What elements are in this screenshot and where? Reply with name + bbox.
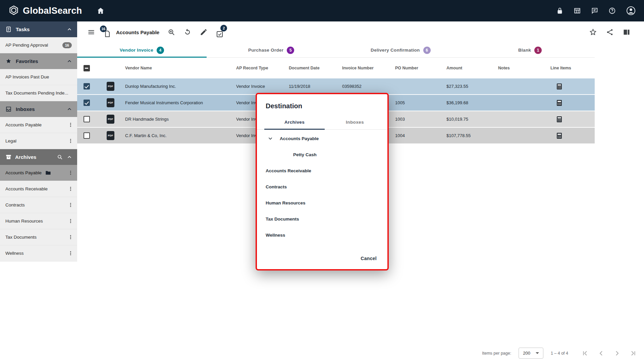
refresh-icon[interactable]	[183, 28, 192, 36]
kebab-menu-icon[interactable]	[67, 249, 74, 257]
item-label: AP Pending Approval	[5, 43, 59, 48]
chevron-up-icon	[66, 106, 72, 112]
col-header-po-number[interactable]: PO Number	[395, 66, 446, 70]
pdf-icon[interactable]: PDF	[107, 98, 114, 107]
cell-vendor-name: Fender Musical Instruments Corporation	[125, 100, 236, 105]
sidebar-section-archives[interactable]: Archives	[0, 149, 77, 165]
sidebar-archive-accounts-payable[interactable]: Accounts Payable	[0, 165, 77, 181]
tab-count-badge: 4	[157, 47, 164, 54]
col-header-document-date[interactable]: Document Date	[289, 66, 342, 70]
tree-item-human-resources[interactable]: Human Resources	[257, 195, 387, 211]
sidebar-section-inboxes[interactable]: Inboxes	[0, 101, 77, 117]
sidebar-archive-human-resources[interactable]: Human Resources	[0, 213, 77, 229]
row-checkbox[interactable]	[84, 116, 90, 122]
tab-label: Delivery Confirmation	[371, 48, 420, 53]
kebab-menu-icon[interactable]	[67, 185, 74, 193]
tree-item-tax-documents[interactable]: Tax Documents	[257, 211, 387, 227]
apps-grid-icon[interactable]	[574, 7, 581, 14]
dialog-tab-inboxes[interactable]: Inboxes	[325, 115, 385, 129]
pdf-icon[interactable]: PDF	[107, 82, 114, 91]
kebab-menu-icon[interactable]	[67, 217, 74, 225]
edit-icon[interactable]	[200, 28, 208, 36]
line-items-icon[interactable]	[556, 116, 563, 123]
dialog-title: Destination	[257, 94, 387, 115]
menu-icon[interactable]	[87, 28, 95, 36]
open-documents-button[interactable]: 16	[101, 26, 112, 38]
pdf-icon[interactable]: PDF	[107, 131, 114, 140]
kebab-menu-icon[interactable]	[67, 233, 74, 241]
sidebar-item-tax-documents-pending[interactable]: Tax Documents Pending Inde...	[0, 85, 77, 101]
first-page-icon[interactable]	[581, 349, 589, 357]
line-items-icon[interactable]	[556, 99, 563, 107]
chat-icon[interactable]	[591, 7, 598, 14]
sidebar-section-tasks[interactable]: Tasks	[0, 21, 77, 37]
pdf-icon[interactable]: PDF	[107, 115, 114, 124]
help-icon[interactable]	[608, 7, 616, 14]
next-page-icon[interactable]	[613, 349, 621, 357]
col-header-invoice-number[interactable]: Invoice Number	[342, 66, 395, 70]
item-label: Accounts Payable	[5, 122, 63, 127]
approval-count-badge: 2	[220, 25, 227, 32]
items-per-page-select[interactable]: 200	[519, 348, 543, 359]
last-page-icon[interactable]	[629, 349, 637, 357]
tree-item-wellness[interactable]: Wellness	[257, 227, 387, 243]
tab-purchase-order[interactable]: Purchase Order 5	[207, 43, 336, 57]
approvals-button[interactable]: 2	[214, 26, 224, 38]
col-header-line-items[interactable]: Line Items	[550, 66, 595, 70]
kebab-menu-icon[interactable]	[67, 201, 74, 209]
cancel-button[interactable]: Cancel	[359, 253, 379, 264]
columns-view-icon[interactable]	[623, 28, 631, 36]
tab-blank[interactable]: Blank 1	[465, 43, 595, 57]
col-header-amount[interactable]: Amount	[446, 66, 498, 70]
section-label: Favorites	[16, 58, 62, 64]
section-label: Tasks	[16, 26, 62, 32]
line-items-icon[interactable]	[556, 83, 563, 90]
previous-page-icon[interactable]	[597, 349, 605, 357]
sidebar-section-favorites[interactable]: Favorites	[0, 53, 77, 69]
cell-ap-record-type: Vendor Invoice	[236, 84, 289, 89]
sidebar-inbox-accounts-payable[interactable]: Accounts Payable	[0, 117, 77, 133]
home-icon[interactable]	[97, 7, 105, 15]
tree-item-petty-cash[interactable]: Petty Cash	[257, 146, 387, 163]
tree-item-contracts[interactable]: Contracts	[257, 179, 387, 195]
sidebar-archive-accounts-receivable[interactable]: Accounts Receivable	[0, 181, 77, 197]
table-row[interactable]: PDF Dunlop Manufacturing Inc. Vendor Inv…	[77, 78, 595, 95]
kebab-menu-icon[interactable]	[67, 169, 74, 177]
col-header-vendor-name[interactable]: Vendor Name	[125, 66, 236, 70]
app-logo: GlobalSearch	[8, 5, 82, 16]
share-icon[interactable]	[606, 28, 614, 36]
cell-vendor-name: Dunlop Manufacturing Inc.	[125, 84, 236, 89]
count-badge: 16	[62, 42, 72, 48]
cell-po-number: 1005	[395, 100, 446, 105]
avatar-icon[interactable]	[626, 6, 636, 16]
tab-vendor-invoice[interactable]: Vendor Invoice 4	[77, 43, 207, 57]
tree-item-accounts-payable[interactable]: Accounts Payable	[257, 130, 387, 146]
sidebar-archive-tax-documents[interactable]: Tax Documents	[0, 229, 77, 245]
sidebar-item-ap-pending-approval[interactable]: AP Pending Approval 16	[0, 37, 77, 53]
col-header-ap-record-type[interactable]: AP Record Type	[236, 66, 289, 70]
item-label: AP Invoices Past Due	[5, 74, 74, 79]
search-icon[interactable]	[57, 154, 63, 160]
select-all-checkbox[interactable]	[84, 65, 90, 71]
row-checkbox[interactable]	[84, 100, 90, 106]
sidebar-inbox-legal[interactable]: Legal	[0, 133, 77, 149]
chevron-down-icon[interactable]	[267, 135, 274, 142]
sidebar-archive-contracts[interactable]: Contracts	[0, 197, 77, 213]
lock-icon[interactable]	[556, 7, 564, 14]
row-checkbox[interactable]	[84, 83, 90, 89]
sidebar-archive-wellness[interactable]: Wellness	[0, 245, 77, 261]
dialog-tab-archives[interactable]: Archives	[264, 115, 325, 129]
dialog-tabs: Archives Inboxes	[257, 115, 387, 130]
kebab-menu-icon[interactable]	[67, 121, 74, 129]
tree-item-accounts-receivable[interactable]: Accounts Receivable	[257, 163, 387, 179]
tab-label: Blank	[518, 48, 531, 53]
sidebar: Tasks AP Pending Approval 16 Favorites A…	[0, 21, 77, 362]
sidebar-item-ap-invoices-past-due[interactable]: AP Invoices Past Due	[0, 69, 77, 85]
kebab-menu-icon[interactable]	[67, 137, 74, 145]
search-documents-icon[interactable]	[167, 28, 175, 36]
row-checkbox[interactable]	[84, 132, 90, 139]
line-items-icon[interactable]	[556, 132, 563, 139]
favorite-star-icon[interactable]	[589, 28, 597, 36]
col-header-notes[interactable]: Notes	[498, 66, 550, 70]
tab-delivery-confirmation[interactable]: Delivery Confirmation 6	[336, 43, 466, 57]
